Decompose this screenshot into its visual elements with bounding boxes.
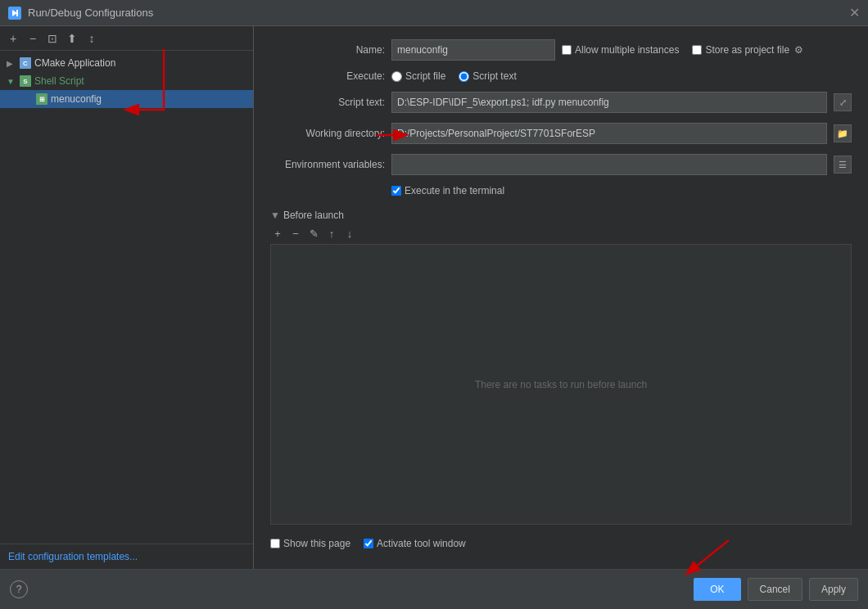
sort-config-button[interactable]: ↕ <box>84 30 100 47</box>
env-vars-row: Environment variables: ☰ <box>270 154 852 175</box>
working-dir-input[interactable] <box>391 123 827 144</box>
app-icon <box>8 7 21 20</box>
script-file-radio[interactable] <box>391 71 402 82</box>
config-toolbar: + − ⊡ ⬆ ↕ <box>0 26 253 51</box>
execute-label: Execute: <box>270 70 385 82</box>
bl-remove-button[interactable]: − <box>288 226 303 241</box>
before-launch-section: ▼ Before launch + − ✎ ↑ ↓ There are no t… <box>270 210 852 525</box>
close-button[interactable]: ✕ <box>849 7 860 20</box>
working-dir-row: Working directory: 📁 <box>270 123 852 144</box>
tree-item-cmake[interactable]: ▶ C CMake Application <box>0 54 253 72</box>
menuconfig-label: menuconfig <box>51 93 102 105</box>
edit-templates-link[interactable]: Edit configuration templates... <box>8 551 138 562</box>
footer-buttons: ? OK Cancel Apply <box>0 569 868 609</box>
apply-button[interactable]: Apply <box>809 578 858 601</box>
shell-label: Shell Script <box>34 75 84 87</box>
script-text-radio-label[interactable]: Script text <box>459 70 516 82</box>
tree-item-menuconfig[interactable]: ⊞ menuconfig <box>0 90 253 108</box>
allow-multiple-label[interactable]: Allow multiple instances <box>562 44 679 56</box>
action-buttons: OK Cancel Apply <box>694 578 858 601</box>
execute-terminal-label[interactable]: Execute in the terminal <box>391 185 504 196</box>
no-tasks-label: There are no tasks to run before launch <box>475 379 647 390</box>
left-panel: + − ⊡ ⬆ ↕ ▶ C <box>0 26 254 569</box>
store-as-project-checkbox[interactable] <box>692 45 702 55</box>
env-vars-list-button[interactable]: ☰ <box>834 156 852 174</box>
script-text-field-label: Script text: <box>270 97 385 108</box>
gear-icon: ⚙ <box>794 44 803 56</box>
before-launch-header: ▼ Before launch <box>270 210 852 221</box>
script-text-row: Script text: ⤢ <box>270 92 852 113</box>
cmake-icon: C <box>20 57 31 69</box>
shell-script-icon: S <box>20 75 31 87</box>
options-row: Allow multiple instances Store as projec… <box>562 44 852 56</box>
script-file-radio-label[interactable]: Script file <box>391 70 445 82</box>
execute-terminal-row: Execute in the terminal <box>270 185 852 196</box>
show-page-label[interactable]: Show this page <box>270 538 350 549</box>
svg-rect-1 <box>16 10 18 16</box>
cancel-button[interactable]: Cancel <box>748 578 802 601</box>
store-as-project-label[interactable]: Store as project file ⚙ <box>692 44 803 56</box>
move-config-button[interactable]: ⬆ <box>64 30 80 47</box>
expand-script-button[interactable]: ⤢ <box>834 93 852 111</box>
right-panel: Name: Allow multiple instances Store as … <box>254 26 868 569</box>
bl-add-button[interactable]: + <box>270 226 285 241</box>
expand-arrow-cmake: ▶ <box>7 59 16 68</box>
before-launch-label: Before launch <box>283 210 344 221</box>
execute-radio-group: Script file Script text <box>391 70 517 82</box>
add-config-button[interactable]: + <box>5 30 21 47</box>
bl-up-button[interactable]: ↑ <box>324 226 339 241</box>
allow-multiple-checkbox[interactable] <box>562 45 572 55</box>
execute-terminal-checkbox[interactable] <box>391 186 401 196</box>
copy-config-button[interactable]: ⊡ <box>44 30 61 47</box>
config-tree: ▶ C CMake Application ▼ S Shell Script <box>0 51 253 544</box>
tree-item-shell[interactable]: ▼ S Shell Script <box>0 72 253 90</box>
before-launch-arrow: ▼ <box>270 210 280 221</box>
bottom-options: Show this page Activate tool window <box>270 538 852 549</box>
before-launch-content: There are no tasks to run before launch <box>270 244 852 525</box>
before-launch-toolbar: + − ✎ ↑ ↓ <box>270 226 852 241</box>
working-dir-label: Working directory: <box>270 128 385 139</box>
expand-arrow-shell: ▼ <box>7 77 16 86</box>
env-vars-input[interactable] <box>391 154 827 175</box>
help-button[interactable]: ? <box>10 580 28 598</box>
title-bar: Run/Debug Configurations ✕ <box>0 0 868 26</box>
script-text-radio[interactable] <box>459 71 469 82</box>
name-label: Name: <box>270 44 385 56</box>
execute-row: Execute: Script file Script text <box>270 70 852 82</box>
bl-edit-button[interactable]: ✎ <box>306 226 321 241</box>
left-footer: Edit configuration templates... <box>0 544 253 569</box>
activate-tool-label[interactable]: Activate tool window <box>364 538 466 549</box>
ok-button[interactable]: OK <box>694 578 740 601</box>
name-input[interactable] <box>391 39 555 61</box>
script-text-input[interactable] <box>391 92 827 113</box>
bl-down-button[interactable]: ↓ <box>342 226 357 241</box>
browse-dir-button[interactable]: 📁 <box>834 124 852 142</box>
remove-config-button[interactable]: − <box>25 30 41 47</box>
menuconfig-icon: ⊞ <box>36 93 47 105</box>
env-vars-label: Environment variables: <box>270 159 385 170</box>
cmake-label: CMake Application <box>34 57 115 69</box>
dialog-title: Run/Debug Configurations <box>28 7 153 19</box>
activate-tool-checkbox[interactable] <box>364 539 373 548</box>
name-row: Name: Allow multiple instances Store as … <box>270 39 852 61</box>
show-page-checkbox[interactable] <box>270 539 280 548</box>
